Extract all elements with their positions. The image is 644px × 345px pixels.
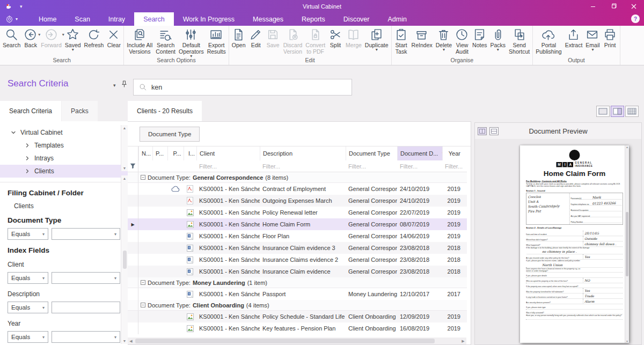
start-task-button[interactable]: Start Task (393, 27, 410, 57)
document-row[interactable]: KS00001 - Ken Sánchez Passport Money Lau… (128, 288, 467, 300)
duplicate-button[interactable]: Duplicate ▾ (363, 27, 390, 57)
collapse-icon[interactable]: − (141, 303, 145, 307)
column-header-i[interactable]: I... (184, 146, 196, 160)
scroll-up-icon[interactable]: ▲ (123, 177, 127, 180)
menu-item-discover[interactable]: Discover (334, 12, 379, 26)
print-button[interactable]: Print (602, 27, 619, 57)
document-row[interactable]: ▶ KS00001 - Ken Sánchez Home Claim Form … (128, 218, 467, 230)
filter-cell[interactable]: Filter... (346, 160, 397, 172)
column-header-p[interactable]: P... (167, 146, 184, 160)
tree-scrollbar[interactable]: ▲▼ (121, 125, 128, 171)
document-type-operator-select[interactable]: Equals▾ (8, 228, 48, 240)
operator-select[interactable]: Equals▾ (8, 302, 48, 313)
column-header-p[interactable]: P... (152, 146, 167, 160)
menu-item-home[interactable]: Home (30, 12, 65, 26)
filter-cell[interactable] (184, 160, 196, 172)
group-row-general-correspondence[interactable]: − Document Type: General Correspondence … (128, 172, 467, 183)
preview-scrollbar[interactable]: ▲▼ (625, 145, 629, 343)
menu-item-scan[interactable]: Scan (65, 12, 99, 26)
filing-cabinet-value[interactable]: Clients (8, 197, 120, 210)
document-row[interactable]: KS00001 - Ken Sánchez Policy Schedule - … (128, 311, 467, 322)
filter-cell[interactable]: Filter... (397, 160, 442, 172)
column-header-description[interactable]: Description (260, 146, 346, 160)
menu-item-search[interactable]: Search (134, 12, 174, 26)
preview-page[interactable]: MIA GENERALINSURANCE Home Claim Form For… (520, 145, 629, 343)
tree-item-clients[interactable]: Clients (0, 165, 128, 178)
menu-item-admin[interactable]: Admin (378, 12, 415, 26)
extract-button[interactable]: Extract (564, 27, 584, 57)
document-row[interactable]: KS00001 - Ken Sánchez Insurance Claim ev… (128, 266, 467, 277)
scroll-down-icon[interactable]: ▼ (123, 166, 127, 170)
menu-item-work-in-progress[interactable]: Work In Progress (174, 12, 244, 26)
portal-publishing-button[interactable]: Portal Publishing (534, 27, 563, 57)
default-operators-button[interactable]: Default Operators ▾ (177, 27, 206, 57)
filter-cell[interactable]: Filter... (442, 160, 466, 172)
document-row[interactable]: KS00001 - Ken Sánchez Insurance Claim ev… (128, 242, 467, 254)
document-row[interactable]: KS00001 - Ken Sánchez Insurance Claims e… (128, 254, 467, 266)
packs-button[interactable]: Packs ▾ (489, 27, 508, 57)
scroll-down-icon[interactable]: ▼ (626, 340, 628, 343)
scroll-up-icon[interactable]: ▲ (123, 126, 127, 130)
document-row[interactable]: KS00001 - Ken Sánchez Policy Renewal let… (128, 207, 467, 218)
menu-item-reports[interactable]: Reports (292, 12, 334, 26)
column-header-year[interactable]: Year (442, 146, 466, 160)
scroll-up-icon[interactable]: ▲ (626, 145, 628, 149)
tab-search-criteria[interactable]: Search Criteria (0, 101, 61, 121)
saved-button[interactable]: Saved ▾ (63, 27, 83, 57)
tree-item-intrays[interactable]: Intrays (0, 152, 128, 165)
split-vertical-toggle-icon[interactable] (478, 127, 487, 135)
help-icon[interactable]: ? (631, 14, 640, 23)
document-row[interactable]: KS00001 - Ken Sánchez Floor Plan General… (128, 230, 467, 242)
criteria-caret-icon[interactable]: ▾ (113, 83, 116, 88)
filter-cell[interactable] (138, 160, 152, 172)
value-input[interactable]: ▾ (52, 272, 120, 284)
horizontal-scrollbar[interactable]: ◀ ▶ (128, 337, 466, 344)
split-horizontal-toggle-icon[interactable] (489, 127, 499, 135)
column-header-document-d[interactable]: Document D...▼ (397, 146, 442, 160)
quick-search-input[interactable]: ken (133, 79, 352, 96)
split-pane-view-icon[interactable] (611, 106, 624, 117)
value-input[interactable] (52, 302, 120, 313)
export-results-button[interactable]: Export Results (206, 27, 228, 57)
restore-button[interactable] (603, 0, 624, 12)
tab-packs[interactable]: Packs (62, 101, 98, 121)
scroll-thumb[interactable] (135, 339, 435, 343)
filter-cell[interactable]: Filter... (260, 160, 346, 172)
filter-funnel-icon[interactable] (128, 160, 138, 172)
collapse-icon[interactable]: − (141, 280, 145, 285)
column-header-client[interactable]: Client (196, 146, 260, 160)
column-header-n[interactable]: N... (138, 146, 152, 160)
refresh-button[interactable]: Refresh (83, 27, 106, 57)
email-button[interactable]: Email ▾ (584, 27, 601, 57)
operator-select[interactable]: Equals▾ (8, 331, 48, 343)
reindex-button[interactable]: ReIndex (410, 27, 434, 57)
grid-view-icon[interactable] (625, 106, 639, 117)
column-header-document-type[interactable]: Document Type (346, 146, 397, 160)
notes-button[interactable]: Notes (471, 27, 488, 57)
settings-menu[interactable]: ▾ (5, 12, 18, 26)
split-button[interactable]: Split (327, 27, 344, 57)
back-button[interactable]: ▾ Back (22, 27, 39, 57)
single-pane-view-icon[interactable] (596, 106, 610, 117)
scroll-left-icon[interactable]: ◀ (128, 339, 134, 343)
minimize-button[interactable] (583, 0, 603, 12)
fields-scrollbar[interactable]: ▲▼ (121, 175, 128, 344)
document-row[interactable]: KS00001 - Ken Sánchez Key features - Pen… (128, 322, 467, 334)
view-audit-button[interactable]: View Audit (453, 27, 471, 57)
group-by-chip[interactable]: Document Type (140, 127, 200, 142)
clear-button[interactable]: Clear (105, 27, 122, 57)
search-button[interactable]: Search (1, 27, 22, 57)
scroll-down-icon[interactable]: ▼ (123, 339, 127, 343)
value-input[interactable]: ▾ (52, 331, 120, 343)
filter-cell[interactable] (167, 160, 184, 172)
edit-button[interactable]: Edit (247, 27, 265, 57)
scroll-thumb[interactable] (626, 212, 628, 276)
scroll-right-icon[interactable]: ▶ (460, 339, 466, 343)
group-row-money-laundering[interactable]: − Document Type: Money Laundering (1 ite… (128, 277, 467, 288)
operator-select[interactable]: Equals▾ (8, 272, 48, 284)
document-type-value-select[interactable]: ▾ (52, 228, 120, 240)
scroll-thumb[interactable] (123, 251, 127, 269)
include-all-versions-button[interactable]: Include All Versions (125, 27, 154, 57)
send-shortcut-button[interactable]: Send Shortcut (507, 27, 531, 57)
filter-cell[interactable] (152, 160, 167, 172)
